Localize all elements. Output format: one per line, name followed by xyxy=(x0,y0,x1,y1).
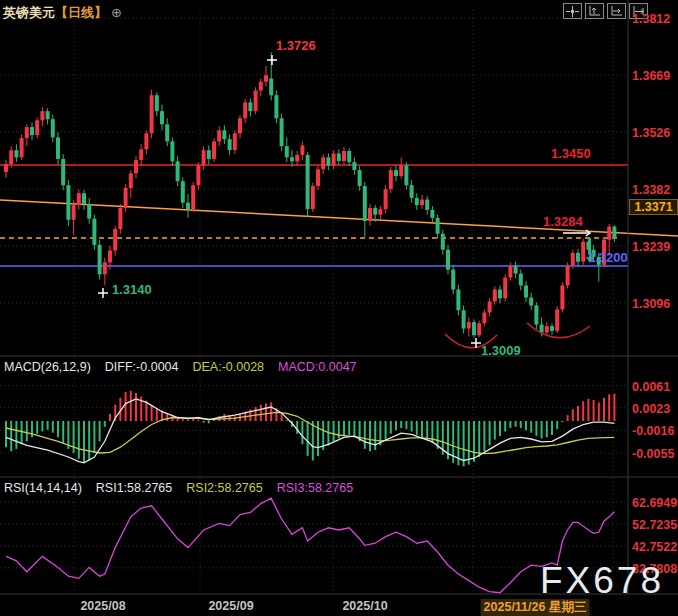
price-axis-label: 1.3526 xyxy=(632,126,676,140)
rsi-axis-label: 42.7522 xyxy=(632,540,676,554)
date-axis-label: 2025/08 xyxy=(80,599,125,613)
add-indicator-icon[interactable]: ⊕ xyxy=(111,5,122,20)
macd-hist-value: MACD:0.0047 xyxy=(278,360,357,374)
price-axis-label: 1.3669 xyxy=(632,69,676,83)
timeframe-label[interactable]: 【日线】 xyxy=(55,5,107,20)
chart-header: 英镑美元【日线】⊕ xyxy=(3,4,122,22)
rsi3-value: RSI3:58.2765 xyxy=(277,481,353,495)
swing-high-label: 1.3726 xyxy=(276,39,316,52)
chart-canvas[interactable] xyxy=(0,0,678,616)
trading-chart-window: 英镑美元【日线】⊕ 1.3726 1.3140 1.3009 1.3450 1.… xyxy=(0,0,678,616)
macd-axis-label: 0.0023 xyxy=(632,402,676,416)
swing-low1-label: 1.3140 xyxy=(112,283,152,296)
support-level-label[interactable]: 1.3200 xyxy=(588,251,628,264)
price-axis-label: 1.3239 xyxy=(632,240,676,254)
date-axis-label: 2025/10 xyxy=(342,599,387,613)
rsi-legend: RSI(14,14,14)RSI1:58.2765RSI2:58.2765RSI… xyxy=(4,481,367,495)
macd-title[interactable]: MACD(26,12,9) xyxy=(4,360,91,374)
swing-low2-label: 1.3009 xyxy=(481,344,521,357)
rsi2-value: RSI2:58.2765 xyxy=(186,481,262,495)
resistance-level-label[interactable]: 1.3450 xyxy=(551,147,591,160)
macd-dea-value: DEA:-0.0028 xyxy=(192,360,264,374)
date-axis-label: 2025/09 xyxy=(208,599,253,613)
price-axis-label: 1.3382 xyxy=(632,183,676,197)
macd-axis-label: 0.0061 xyxy=(632,380,676,394)
symbol-title: 英镑美元 xyxy=(3,5,55,20)
macd-axis-label: -0.0055 xyxy=(632,447,676,461)
fit-vertical-axis-icon[interactable] xyxy=(585,3,604,19)
rsi-title[interactable]: RSI(14,14,14) xyxy=(4,481,82,495)
rsi1-value: RSI1:58.2765 xyxy=(96,481,172,495)
current-price-tag: 1.3371 xyxy=(629,199,678,215)
price-axis-label: 1.3096 xyxy=(632,297,676,311)
macd-legend: MACD(26,12,9)DIFF:-0.0004DEA:-0.0028MACD… xyxy=(4,360,371,374)
fit-horizontal-axis-icon[interactable] xyxy=(607,3,626,19)
crosshair-tool-icon[interactable] xyxy=(563,3,582,19)
macd-axis-label: -0.0016 xyxy=(632,424,676,438)
fx678-watermark: FX678 xyxy=(540,560,664,602)
trendline-level-label[interactable]: 1.3284 xyxy=(543,215,583,228)
rsi-axis-label: 62.6949 xyxy=(632,496,676,510)
macd-diff-value: DIFF:-0.0004 xyxy=(105,360,179,374)
rsi-axis-label: 52.7235 xyxy=(632,518,676,532)
price-axis-label: 1.3812 xyxy=(632,12,676,26)
